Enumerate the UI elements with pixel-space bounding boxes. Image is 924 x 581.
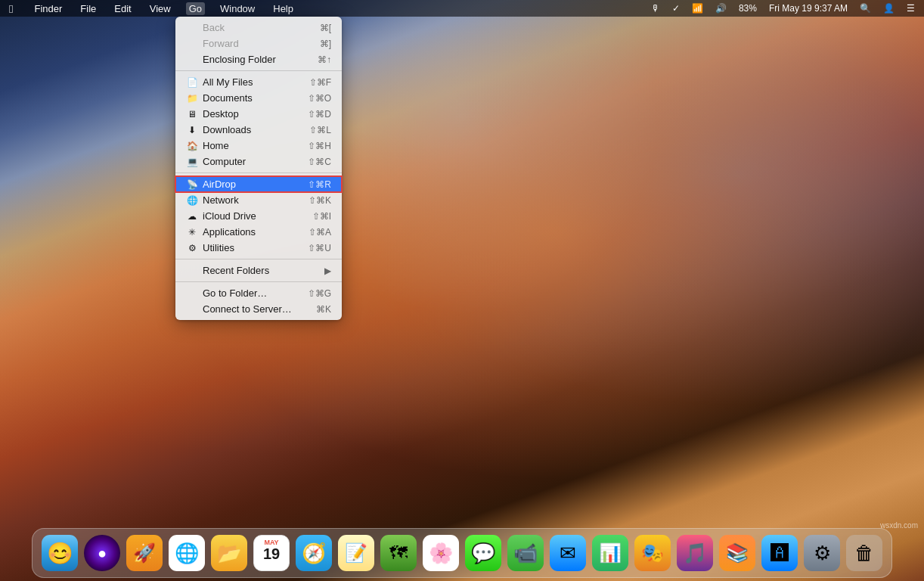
apple-menu[interactable]:  [6, 2, 16, 16]
dock-item-launchpad[interactable]: 🚀 [125, 533, 164, 573]
network-icon: 🌐 [186, 194, 198, 207]
menubar-help[interactable]: Help [270, 2, 296, 15]
menubar-volume-icon[interactable]: 🔊 [712, 2, 730, 14]
menu-item-home-shortcut: ⇧⌘H [308, 141, 331, 151]
menubar-microphone-icon[interactable]: 🎙 [648, 2, 663, 14]
separator-3 [175, 259, 342, 259]
menu-item-forward-shortcut: ⌘] [320, 39, 331, 49]
dock-item-keynote[interactable]: 🎭 [633, 533, 672, 573]
menu-item-icloud[interactable]: ☁ iCloud Drive ⇧⌘I [175, 208, 342, 224]
menu-item-enclosing-shortcut: ⌘↑ [318, 54, 331, 65]
menu-item-desktop[interactable]: 🖥 Desktop ⇧⌘D [175, 106, 342, 122]
connect-icon [186, 303, 198, 315]
dock-item-numbers[interactable]: 📊 [591, 533, 630, 573]
menu-item-desktop-shortcut: ⇧⌘D [308, 109, 331, 120]
menu-item-applications[interactable]: ✳ Applications ⇧⌘A [175, 224, 342, 240]
dock-item-notes[interactable]: 📝 [336, 533, 376, 573]
dock: 😊 ● 🚀 🌐 📂 M [32, 528, 892, 578]
menu-item-network[interactable]: 🌐 Network ⇧⌘K [175, 192, 342, 208]
menu-item-all-my-files-label: All My Files [203, 76, 309, 88]
menubar-view[interactable]: View [147, 2, 174, 15]
menu-item-home[interactable]: 🏠 Home ⇧⌘H [175, 138, 342, 154]
dock-item-finder-app[interactable]: 📂 [209, 533, 249, 573]
menu-item-computer[interactable]: 💻 Computer ⇧⌘C [175, 154, 342, 169]
dock-item-facetime[interactable]: 📹 [506, 533, 545, 573]
dock-item-mail[interactable]: ✉ [548, 533, 588, 573]
menubar-search-icon[interactable]: 🔍 [857, 2, 874, 14]
menu-item-downloads-label: Downloads [203, 124, 309, 135]
menu-item-icloud-shortcut: ⇧⌘I [312, 211, 331, 222]
dock-item-maps[interactable]: 🗺 [379, 533, 418, 573]
menu-item-downloads-shortcut: ⇧⌘L [309, 125, 331, 135]
separator-1 [175, 70, 342, 71]
menubar-control-center-icon[interactable]: ☰ [904, 2, 918, 14]
menu-item-documents[interactable]: 📁 Documents ⇧⌘O [175, 90, 342, 106]
menu-item-airdrop-shortcut: ⇧⌘R [308, 179, 331, 190]
menu-item-enclosing-folder[interactable]: Enclosing Folder ⌘↑ [175, 51, 342, 67]
dock-item-photos[interactable]: 🌸 [421, 533, 460, 573]
menu-item-computer-shortcut: ⇧⌘C [308, 157, 331, 167]
enclosing-folder-icon [186, 54, 198, 66]
dock-item-safari[interactable]: 🧭 [294, 533, 333, 573]
menu-item-applications-label: Applications [203, 226, 309, 238]
menu-item-airdrop-label: AirDrop [203, 179, 308, 190]
menu-item-utilities-label: Utilities [203, 242, 308, 253]
dock-item-chrome[interactable]: 🌐 [167, 533, 206, 573]
menu-item-documents-shortcut: ⇧⌘O [308, 93, 331, 104]
go-menu: Back ⌘[ Forward ⌘] Enclosing Folder ⌘↑ 📄… [175, 17, 342, 320]
menu-item-airdrop[interactable]: 📡 AirDrop ⇧⌘R [175, 176, 342, 192]
menu-item-utilities-shortcut: ⇧⌘U [308, 243, 331, 253]
dock-item-messages[interactable]: 💬 [464, 533, 503, 573]
menu-item-recent-folders-label: Recent Folders [203, 265, 324, 276]
separator-4 [175, 281, 342, 282]
menu-item-enclosing-label: Enclosing Folder [203, 54, 318, 65]
menu-item-goto-folder[interactable]: Go to Folder… ⇧⌘G [175, 285, 342, 301]
goto-folder-icon [186, 287, 198, 300]
dock-item-itunes[interactable]: 🎵 [675, 533, 715, 573]
menu-item-recent-folders[interactable]: Recent Folders ▶ [175, 263, 342, 278]
menu-item-documents-label: Documents [203, 92, 308, 104]
dock-item-finder[interactable]: 😊 [40, 533, 79, 573]
menubar-wifi-icon[interactable]: 📶 [689, 2, 706, 14]
computer-icon: 💻 [186, 156, 198, 168]
dock-item-calendar[interactable]: MAY 19 [252, 533, 291, 573]
menu-item-forward[interactable]: Forward ⌘] [175, 36, 342, 51]
menu-item-recent-folders-arrow: ▶ [324, 266, 331, 276]
menu-item-computer-label: Computer [203, 156, 308, 167]
dock-item-appstore[interactable]: 🅰 [760, 533, 799, 573]
menu-item-all-my-files[interactable]: 📄 All My Files ⇧⌘F [175, 74, 342, 90]
applications-icon: ✳ [186, 226, 198, 238]
menu-item-icloud-label: iCloud Drive [203, 210, 312, 222]
menubar-battery[interactable]: 83% [736, 2, 760, 14]
menubar-go[interactable]: Go [186, 2, 205, 15]
airdrop-icon: 📡 [186, 179, 198, 191]
dock-item-system-prefs[interactable]: ⚙ [802, 533, 842, 573]
menu-item-connect[interactable]: Connect to Server… ⌘K [175, 301, 342, 317]
menu-item-downloads[interactable]: ⬇ Downloads ⇧⌘L [175, 122, 342, 138]
menubar-file[interactable]: File [77, 2, 99, 15]
menu-item-connect-shortcut: ⌘K [316, 304, 331, 315]
desktop-icon: 🖥 [186, 108, 198, 120]
menu-item-back[interactable]: Back ⌘[ [175, 20, 342, 36]
menu-item-forward-label: Forward [203, 38, 320, 49]
downloads-icon: ⬇ [186, 124, 198, 136]
menubar-edit[interactable]: Edit [111, 2, 134, 15]
menu-item-connect-label: Connect to Server… [203, 303, 316, 315]
menubar-bluetooth-icon[interactable]: ✓ [669, 2, 683, 14]
menu-item-applications-shortcut: ⇧⌘A [309, 227, 331, 238]
dock-item-books[interactable]: 📚 [718, 533, 757, 573]
icloud-icon: ☁ [186, 210, 198, 222]
documents-icon: 📁 [186, 92, 198, 104]
menubar-window[interactable]: Window [217, 2, 258, 15]
home-icon: 🏠 [186, 140, 198, 152]
dock-item-trash[interactable]: 🗑 [845, 533, 884, 573]
menu-item-utilities[interactable]: ⚙ Utilities ⇧⌘U [175, 240, 342, 256]
menubar-datetime[interactable]: Fri May 19 9:37 AM [766, 2, 851, 14]
back-icon [186, 22, 198, 34]
dock-item-siri[interactable]: ● [82, 533, 122, 573]
menubar-finder[interactable]: Finder [31, 2, 65, 15]
menubar-user-icon[interactable]: 👤 [880, 2, 898, 14]
menu-item-network-shortcut: ⇧⌘K [309, 195, 331, 206]
menu-item-back-shortcut: ⌘[ [320, 23, 331, 33]
forward-icon [186, 38, 198, 50]
